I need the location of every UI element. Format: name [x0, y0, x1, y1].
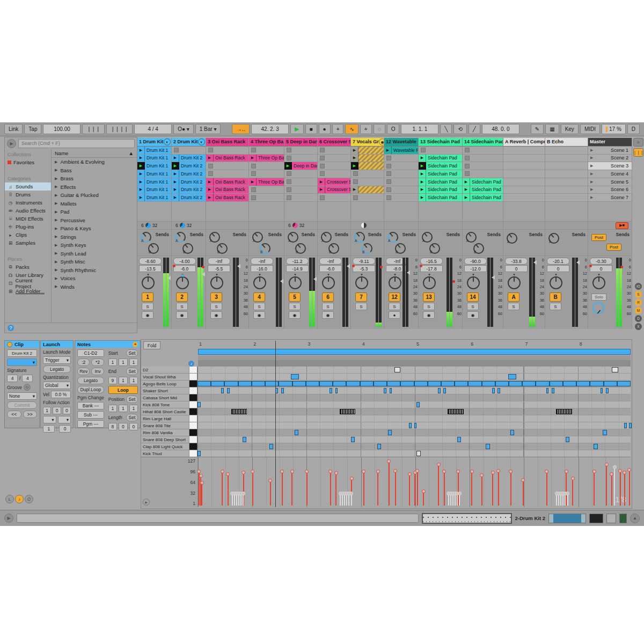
clip-slot[interactable] — [351, 170, 384, 178]
scene-6[interactable]: ▶Scene 6 — [588, 186, 632, 194]
clip-slot[interactable] — [545, 186, 588, 194]
clip-slot[interactable]: ▶Sidechain Pad — [419, 194, 462, 202]
send-knob-a[interactable]: A — [354, 232, 365, 243]
clip-slot[interactable]: ▶Drum Kit 2 — [172, 194, 206, 202]
record-button[interactable]: ● — [319, 124, 331, 134]
clip-slot[interactable] — [419, 147, 462, 155]
start-field[interactable]: 1 — [119, 358, 127, 366]
clip-launch-icon[interactable]: ▶ — [419, 155, 426, 162]
peak-level-display[interactable]: -16.5 — [420, 258, 443, 265]
track-activator-button[interactable]: 4 — [253, 292, 265, 302]
overdub-button[interactable]: + — [332, 124, 344, 134]
follow-action-time-field[interactable]: 1 — [43, 407, 51, 414]
clip-launch-icon[interactable]: ▶ — [206, 186, 214, 194]
sidebar-item-drums[interactable]: ⠿Drums — [5, 191, 51, 199]
drum-row-name[interactable]: Snare 808 Deep Short — [141, 436, 189, 443]
velocity-grid[interactable] — [198, 457, 631, 507]
piano-key[interactable] — [189, 380, 197, 387]
clip-launch-icon[interactable]: ▶ — [384, 147, 392, 154]
midi-note[interactable] — [377, 444, 381, 449]
velocity-stem[interactable] — [291, 473, 292, 506]
velocity-stem[interactable] — [346, 495, 347, 506]
post-toggle[interactable]: Post — [606, 244, 621, 251]
scene-4[interactable]: ▶Scene 4 — [588, 170, 632, 178]
clip-launch-icon[interactable]: ▶ — [137, 186, 145, 194]
volume-display[interactable]: -5.3 — [353, 265, 375, 272]
midi-note[interactable] — [221, 388, 224, 393]
clip-launch-icon[interactable]: ▶ — [172, 178, 179, 186]
piano-key[interactable] — [189, 429, 197, 436]
sidebar-item-add-folder-[interactable]: ⊞Add Folder... — [5, 287, 51, 295]
clip-slot[interactable] — [384, 170, 418, 178]
key-map-button[interactable]: Key — [561, 124, 579, 134]
midi-note[interactable] — [414, 381, 428, 386]
clip-slot[interactable] — [503, 194, 545, 202]
velocity-stem[interactable] — [471, 473, 472, 506]
clip-slot[interactable]: ▶Drum Kit 1 — [137, 186, 171, 194]
scene-5[interactable]: ▶Scene 5 — [588, 178, 632, 186]
clip-launch-icon[interactable]: ▶ — [137, 147, 145, 154]
clip-slot[interactable]: ▶Sidechain Pad — [463, 194, 503, 202]
sidebar-item-favorites[interactable]: Favorites — [5, 158, 51, 166]
clip-slot[interactable] — [318, 170, 350, 178]
velocity-stem[interactable] — [556, 495, 557, 506]
midi-note[interactable] — [387, 381, 400, 386]
midi-note[interactable] — [238, 381, 252, 386]
midi-note[interactable] — [486, 444, 489, 449]
follow-chance-a-field[interactable]: 1 — [43, 425, 55, 433]
preview-headphone-icon[interactable]: ♪ — [188, 361, 194, 367]
midi-note[interactable] — [374, 381, 387, 386]
automation-arm-button[interactable]: ∿ — [345, 124, 358, 134]
velocity-stem[interactable] — [395, 472, 396, 506]
velocity-stem[interactable] — [450, 495, 451, 506]
midi-note-roll[interactable] — [231, 409, 247, 414]
arm-button[interactable]: ◉ — [210, 311, 222, 319]
velocity-stem[interactable] — [546, 473, 547, 506]
velocity-stem[interactable] — [236, 495, 237, 506]
solo-button[interactable]: S — [508, 303, 519, 310]
velocity-stem[interactable] — [523, 481, 524, 506]
velocity-stem[interactable] — [414, 474, 415, 506]
device-chain-thumbnail[interactable] — [548, 514, 586, 523]
midi-note[interactable] — [281, 388, 284, 393]
groove-refresh-icon[interactable]: ↻ — [24, 384, 31, 391]
view-toggle-m[interactable]: M — [635, 307, 642, 314]
velocity-stem[interactable] — [558, 495, 559, 506]
clip-slot[interactable] — [206, 162, 248, 170]
scene-7[interactable]: ▶Scene 7 — [588, 194, 632, 202]
meter-toggle-button[interactable]: ❘❘❘ — [633, 148, 643, 157]
velocity-stem[interactable] — [455, 495, 456, 506]
clip-slot[interactable]: ▶Sidechain Pad — [419, 186, 462, 194]
pan-knob[interactable] — [389, 276, 401, 289]
midi-note[interactable] — [482, 381, 495, 386]
midi-note[interactable] — [563, 381, 576, 386]
velocity-stem[interactable] — [624, 474, 625, 506]
arm-button[interactable]: ◉ — [176, 311, 188, 319]
clip-slot[interactable] — [503, 178, 545, 186]
send-knob-b[interactable]: B — [395, 243, 406, 254]
track-header-B[interactable]: B Echo — [545, 138, 588, 147]
volume-display[interactable]: -6.0 — [319, 265, 342, 272]
velocity-stem[interactable] — [423, 493, 424, 506]
clip-slot[interactable]: ▶Sidechain Pad — [419, 170, 462, 178]
row-grid[interactable] — [197, 422, 631, 429]
clip-slot[interactable]: ▶Drum Kit 1 — [137, 170, 171, 178]
send-knob-a[interactable]: A — [548, 233, 559, 244]
track-activator-button[interactable]: 3 — [210, 292, 222, 302]
draw-mode-button[interactable]: ✎ — [531, 124, 544, 134]
drum-row-name[interactable]: Hihat 808 Short Castle — [141, 408, 189, 415]
pgm-field[interactable]: Pgm --- — [77, 420, 104, 428]
bank-field[interactable]: Bank --- — [77, 402, 104, 409]
scene-1[interactable]: ▶Scene 1 — [588, 147, 632, 155]
clip-launch-icon[interactable]: ▶ — [318, 186, 325, 194]
velocity-stem[interactable] — [306, 473, 308, 506]
drum-row-name[interactable]: D2 — [141, 367, 189, 374]
clip-color-chooser[interactable]: ▾ — [7, 358, 37, 366]
device-widget-green[interactable] — [619, 514, 627, 523]
velocity-stem[interactable] — [572, 480, 573, 506]
pan-knob[interactable] — [210, 276, 223, 289]
send-knob-a[interactable]: A — [141, 232, 151, 243]
arrangement-overview[interactable] — [422, 513, 512, 524]
row-grid[interactable] — [197, 443, 631, 450]
commit-button[interactable]: Commit — [7, 401, 37, 409]
